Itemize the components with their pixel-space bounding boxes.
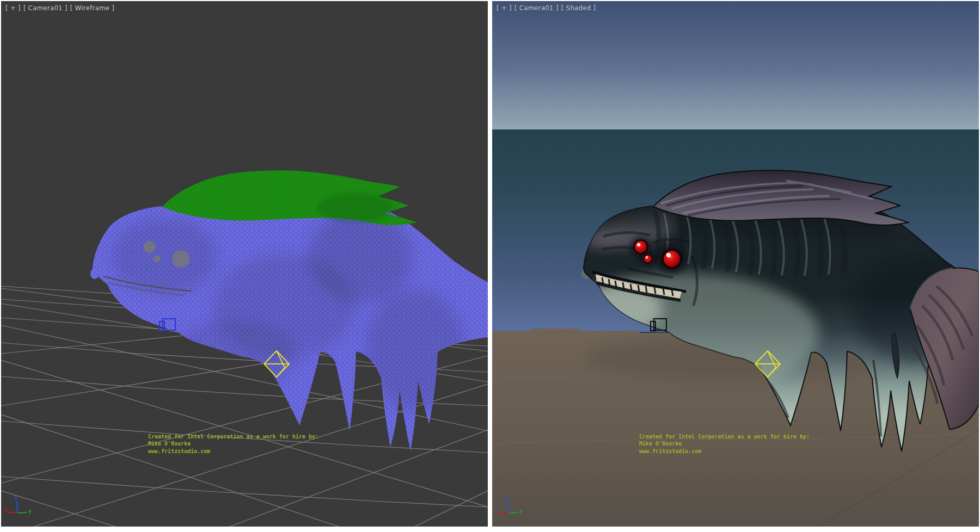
watermark-line1: Created for Intel Corporation as a work … [639, 432, 810, 440]
dorsal-fin-wireframe[interactable] [162, 170, 417, 225]
axis-z-label: z [14, 494, 17, 500]
watermark-line3: www.fritzstudio.com [639, 447, 810, 455]
viewport-right-shaded[interactable]: y z [ + ][ Camera01 ][ Shaded ] Created … [492, 1, 979, 527]
scene-watermark: Created for Intel Corporation as a work … [148, 432, 318, 455]
axis-y-label: y [519, 508, 523, 514]
watermark-line1: Created for Intel Corporation as a work … [148, 432, 318, 440]
axis-x-label: x [4, 506, 7, 512]
viewport-menu-shading[interactable]: [ Wireframe ] [70, 4, 114, 12]
viewport-menu-general[interactable]: [ + ] [497, 4, 512, 12]
watermark-line3: www.fritzstudio.com [148, 447, 318, 455]
watermark-line2: Mike O'Rourke [148, 440, 318, 448]
axis-y-label: y [28, 508, 32, 514]
axis-z-label: z [505, 494, 509, 500]
scene-watermark: Created for Intel Corporation as a work … [639, 432, 810, 455]
viewport-grid: x y z [ + ][ Camera01 ][ Wireframe ] Cre… [0, 0, 980, 532]
viewport-menu-pov[interactable]: [ Camera01 ] [514, 4, 559, 12]
creature-body-wireframe[interactable] [90, 206, 488, 451]
viewport-label-right: [ + ][ Camera01 ][ Shaded ] [497, 4, 598, 12]
viewport-menu-general[interactable]: [ + ] [5, 4, 21, 12]
viewport-menu-pov[interactable]: [ Camera01 ] [23, 4, 68, 12]
viewport-menu-shading[interactable]: [ Shaded ] [561, 4, 596, 12]
viewport-left-wireframe[interactable]: x y z [ + ][ Camera01 ][ Wireframe ] Cre… [1, 1, 488, 527]
watermark-line2: Mike O'Rourke [639, 440, 810, 448]
viewport-label-left: [ + ][ Camera01 ][ Wireframe ] [5, 4, 117, 12]
world-axis-tripod: x y z [4, 494, 32, 514]
viewport-splitter[interactable] [488, 0, 492, 532]
